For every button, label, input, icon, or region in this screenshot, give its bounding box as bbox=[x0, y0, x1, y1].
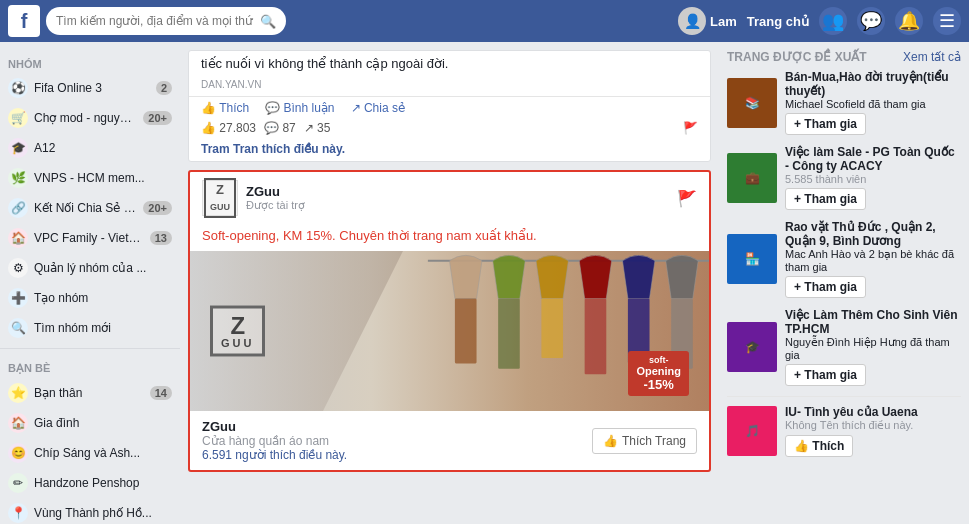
ad-header: Z GUU ZGuu Được tài trợ 🚩 bbox=[190, 172, 709, 224]
join-group-button[interactable]: + Tham gia bbox=[785, 364, 866, 386]
like-count: 👍 27.803 bbox=[201, 121, 256, 135]
sidebar-item-count: 20+ bbox=[143, 111, 172, 125]
ban-be-section-title: BẠN BÈ bbox=[0, 354, 180, 378]
user-profile-link[interactable]: 👤 Lam bbox=[678, 7, 737, 35]
right-divider bbox=[727, 396, 961, 397]
ad-footer-page-name[interactable]: ZGuu bbox=[202, 419, 592, 434]
gia-dinh-icon: 🏠 bbox=[8, 413, 28, 433]
sidebar-item-fifa[interactable]: ⚽ Fifa Online 3 2 bbox=[0, 73, 180, 103]
sidebar-divider bbox=[0, 348, 180, 349]
settings-icon[interactable]: ☰ bbox=[933, 7, 961, 35]
friends-icon[interactable]: 👥 bbox=[819, 7, 847, 35]
group-friend-notice: Nguyễn Đình Hiệp Hưng đã tham gia bbox=[785, 336, 961, 361]
sidebar-item-cho-mod[interactable]: 🛒 Chợ mod - nguyên... 20+ bbox=[0, 103, 180, 133]
comment-action[interactable]: 💬 Bình luận bbox=[265, 101, 334, 115]
flag-icon: 🚩 bbox=[683, 121, 698, 135]
group-name[interactable]: Việc Làm Thêm Cho Sinh Viên TP.HCM bbox=[785, 308, 961, 336]
post-stats: 👍 27.803 💬 87 ↗ 35 🚩 bbox=[189, 119, 710, 137]
sidebar-item-quan-ly[interactable]: ⚙ Quản lý nhóm của ... bbox=[0, 253, 180, 283]
find-group-icon: 🔍 bbox=[8, 318, 28, 338]
group-info: Rao vặt Thủ Đức , Quận 2, Quận 9, Bình D… bbox=[785, 220, 961, 298]
sidebar-item-count: 2 bbox=[156, 81, 172, 95]
sidebar-item-label: VPC Family - Vietn... bbox=[34, 231, 144, 245]
sidebar-item-chip-sang[interactable]: 😊 Chíp Sáng và Ash... bbox=[0, 438, 180, 468]
sidebar-item-label: Fifa Online 3 bbox=[34, 81, 150, 95]
sidebar-item-label: Tìm nhóm mới bbox=[34, 321, 172, 335]
home-link[interactable]: Trang chủ bbox=[747, 14, 809, 29]
svg-rect-4 bbox=[498, 299, 520, 369]
group-name[interactable]: Bán-Mua,Hào đời truyện(tiểu thuyết) bbox=[785, 70, 961, 98]
ad-footer-info: ZGuu Cửa hàng quần áo nam 6.591 người th… bbox=[202, 419, 592, 462]
page-name[interactable]: IU- Tình yêu của Uaena bbox=[785, 405, 961, 419]
page-meta: Không Tên thích điều này. bbox=[785, 419, 961, 432]
sidebar-item-label: Vùng Thành phố Hồ... bbox=[34, 506, 172, 520]
sidebar-item-handzone[interactable]: ✏ Handzone Penshop bbox=[0, 468, 180, 498]
post-source: DAN.YAN.VN bbox=[189, 79, 710, 96]
see-all-link[interactable]: Xem tất cả bbox=[903, 50, 961, 64]
post-actions: 👍 Thích 💬 Bình luận ↗ Chia sẻ bbox=[189, 96, 710, 119]
join-group-button[interactable]: + Tham gia bbox=[785, 113, 866, 135]
find-group-button[interactable]: 🔍 Tìm nhóm mới bbox=[0, 313, 180, 343]
sidebar-item-vnps[interactable]: 🌿 VNPS - HCM mem... bbox=[0, 163, 180, 193]
quan-ly-icon: ⚙ bbox=[8, 258, 28, 278]
sidebar-item-label: Gia đình bbox=[34, 416, 172, 430]
sidebar-item-label: Kết Nối Chia Sẻ Ni... bbox=[34, 201, 137, 215]
group-info: Việc làm Sale - PG Toàn Quốc - Công ty A… bbox=[785, 145, 961, 210]
group-info: Bán-Mua,Hào đời truyện(tiểu thuyết) Mich… bbox=[785, 70, 961, 135]
sidebar-item-gia-dinh[interactable]: 🏠 Gia đình bbox=[0, 408, 180, 438]
ad-like-page-button[interactable]: 👍 Thích Trang bbox=[592, 428, 697, 454]
ad-image: Z GUU soft- Opening -15% bbox=[190, 251, 709, 411]
ket-noi-icon: 🔗 bbox=[8, 198, 28, 218]
like-notice-user[interactable]: Tram Tran thích điều này. bbox=[201, 142, 345, 156]
comment-count: 💬 87 bbox=[264, 121, 296, 135]
create-group-button[interactable]: ➕ Tạo nhóm bbox=[0, 283, 180, 313]
search-bar[interactable]: 🔍 bbox=[46, 7, 286, 35]
svg-rect-5 bbox=[541, 299, 563, 358]
suggested-pages-title: TRANG ĐƯỢC ĐỀ XUẤT bbox=[727, 50, 867, 64]
ad-badge: soft- Opening -15% bbox=[628, 351, 689, 396]
join-group-button[interactable]: + Tham gia bbox=[785, 188, 866, 210]
group-name[interactable]: Rao vặt Thủ Đức , Quận 2, Quận 9, Bình D… bbox=[785, 220, 961, 248]
sidebar-item-count: 20+ bbox=[143, 201, 172, 215]
ad-footer-desc: Cửa hàng quần áo nam bbox=[202, 434, 592, 448]
group-friend-notice: Mac Anh Hào và 2 bạn bè khác đã tham gia bbox=[785, 248, 961, 273]
sidebar-item-vpc[interactable]: 🏠 VPC Family - Vietn... 13 bbox=[0, 223, 180, 253]
sidebar-item-a12[interactable]: 🎓 A12 bbox=[0, 133, 180, 163]
sidebar-item-label: VNPS - HCM mem... bbox=[34, 171, 172, 185]
suggested-group-viec-lam-sv: 🎓 Việc Làm Thêm Cho Sinh Viên TP.HCM Ngu… bbox=[727, 308, 961, 386]
chip-sang-icon: 😊 bbox=[8, 443, 28, 463]
share-count: ↗ 35 bbox=[304, 121, 331, 135]
group-thumbnail: 🎓 bbox=[727, 322, 777, 372]
sidebar-item-label: Tạo nhóm bbox=[34, 291, 172, 305]
sidebar-item-ket-noi[interactable]: 🔗 Kết Nối Chia Sẻ Ni... 20+ bbox=[0, 193, 180, 223]
notifications-icon[interactable]: 🔔 bbox=[895, 7, 923, 35]
search-icon: 🔍 bbox=[260, 14, 276, 29]
sidebar-item-label: Quản lý nhóm của ... bbox=[34, 261, 172, 275]
suggested-group-ban-mua: 📚 Bán-Mua,Hào đời truyện(tiểu thuyết) Mi… bbox=[727, 70, 961, 135]
search-input[interactable] bbox=[56, 14, 260, 28]
sidebar-item-ban-than[interactable]: ⭐ Bạn thân 14 bbox=[0, 378, 180, 408]
group-info: Việc Làm Thêm Cho Sinh Viên TP.HCM Nguyễ… bbox=[785, 308, 961, 386]
vung-thanh-icon: 📍 bbox=[8, 503, 28, 523]
a12-icon: 🎓 bbox=[8, 138, 28, 158]
ad-page-name[interactable]: ZGuu bbox=[246, 184, 305, 199]
like-action[interactable]: 👍 Thích bbox=[201, 101, 249, 115]
join-group-button[interactable]: + Tham gia bbox=[785, 276, 866, 298]
sidebar-item-label: Chíp Sáng và Ash... bbox=[34, 446, 172, 460]
share-action[interactable]: ↗ Chia sẻ bbox=[351, 101, 405, 115]
flag-icon: 🚩 bbox=[677, 189, 697, 208]
ad-logo: Z GUU bbox=[202, 180, 238, 216]
top-navigation: f 🔍 👤 Lam Trang chủ 👥 💬 🔔 ☰ bbox=[0, 0, 969, 42]
nav-right-actions: 👤 Lam Trang chủ 👥 💬 🔔 ☰ bbox=[678, 7, 961, 35]
like-page-button[interactable]: 👍 Thích bbox=[785, 435, 853, 457]
messages-icon[interactable]: 💬 bbox=[857, 7, 885, 35]
group-thumbnail: 💼 bbox=[727, 153, 777, 203]
right-sidebar: TRANG ĐƯỢC ĐỀ XUẤT Xem tất cả 📚 Bán-Mua,… bbox=[719, 42, 969, 524]
suggested-page-iu: 🎵 IU- Tình yêu của Uaena Không Tên thích… bbox=[727, 405, 961, 457]
ad-image-logo: Z GUU bbox=[210, 306, 265, 357]
group-name[interactable]: Việc làm Sale - PG Toàn Quốc - Công ty A… bbox=[785, 145, 961, 173]
sidebar-item-vung-thanh[interactable]: 📍 Vùng Thành phố Hồ... bbox=[0, 498, 180, 524]
post-content: tiếc nuối vì không thể thành cập ngoài đ… bbox=[189, 51, 710, 79]
ban-than-icon: ⭐ bbox=[8, 383, 28, 403]
create-group-icon: ➕ bbox=[8, 288, 28, 308]
